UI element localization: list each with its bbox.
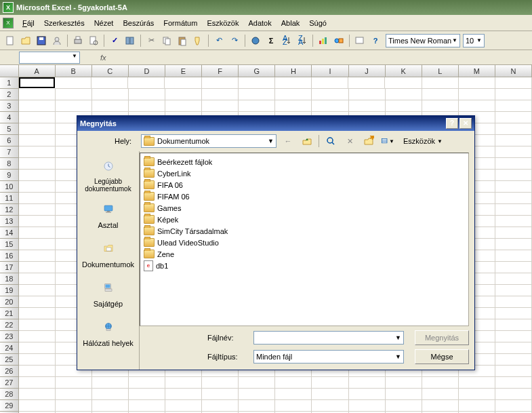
cell[interactable] (129, 100, 165, 112)
menu-help[interactable]: Súgó (304, 18, 331, 28)
file-item[interactable]: Képek (143, 214, 466, 225)
cell[interactable] (19, 193, 56, 204)
cell[interactable] (275, 100, 312, 112)
menu-edit[interactable]: Szerkesztés (39, 18, 89, 28)
row-header[interactable]: 12 (0, 204, 19, 216)
cell[interactable] (56, 389, 92, 400)
row-header[interactable]: 2 (0, 89, 19, 100)
column-header[interactable]: H (275, 65, 312, 77)
cell[interactable] (275, 377, 312, 389)
column-header[interactable]: L (422, 65, 459, 77)
row-header[interactable]: 5 (0, 123, 19, 135)
sort-desc-icon[interactable]: ZA (295, 33, 310, 48)
delete-icon[interactable]: ✕ (342, 134, 357, 149)
menu-insert[interactable]: Beszúrás (118, 18, 159, 28)
spelling-icon[interactable]: ✓ (107, 33, 122, 48)
tools-dropdown[interactable]: Eszközök▼ (399, 136, 447, 146)
cell[interactable] (312, 377, 348, 389)
open-icon[interactable] (18, 33, 33, 48)
dialog-close-button[interactable]: ✕ (459, 118, 472, 129)
cell[interactable] (495, 308, 532, 319)
cell[interactable] (495, 158, 532, 170)
row-header[interactable]: 13 (0, 216, 19, 227)
cell[interactable] (92, 400, 129, 412)
cell[interactable] (495, 227, 532, 239)
cell[interactable] (55, 77, 91, 89)
print-icon[interactable] (70, 33, 85, 48)
filename-input[interactable]: ▼ (253, 331, 404, 345)
row-header[interactable]: 17 (0, 262, 19, 273)
cell[interactable] (202, 77, 239, 89)
row-header[interactable]: 8 (0, 158, 19, 170)
search-icon[interactable] (323, 134, 338, 149)
cell[interactable] (275, 77, 312, 89)
row-header[interactable]: 16 (0, 250, 19, 262)
drawing-icon[interactable] (331, 33, 346, 48)
cell[interactable] (202, 377, 239, 389)
cell[interactable] (495, 342, 532, 354)
cell[interactable] (386, 400, 422, 412)
new-icon[interactable] (3, 33, 18, 48)
column-header[interactable]: G (239, 65, 275, 77)
cell[interactable] (459, 100, 495, 112)
row-header[interactable]: 9 (0, 170, 19, 181)
cell[interactable] (19, 181, 56, 193)
chart-icon[interactable] (316, 33, 331, 48)
undo-icon[interactable]: ↶ (211, 33, 226, 48)
row-header[interactable]: 3 (0, 100, 19, 112)
redo-icon[interactable]: ↷ (227, 33, 242, 48)
cell[interactable] (19, 77, 55, 88)
cell[interactable] (349, 389, 386, 400)
menu-view[interactable]: Nézet (89, 18, 119, 28)
menu-file[interactable]: Fájl (18, 18, 39, 28)
row-header[interactable]: 22 (0, 319, 19, 331)
cell[interactable] (312, 100, 348, 112)
cell[interactable] (19, 250, 56, 262)
dialog-titlebar[interactable]: Megnyitás ? ✕ (77, 116, 474, 131)
file-item[interactable]: edb1 (143, 260, 466, 271)
menu-tools[interactable]: Eszközök (202, 18, 243, 28)
cell[interactable] (92, 389, 129, 400)
cell[interactable] (348, 77, 385, 89)
cell[interactable] (312, 400, 348, 412)
cell[interactable] (386, 89, 422, 100)
cell[interactable] (56, 100, 92, 112)
copy-icon[interactable] (159, 33, 174, 48)
cell[interactable] (239, 377, 275, 389)
cell[interactable] (495, 262, 532, 273)
filetype-dropdown[interactable]: Minden fájl▼ (253, 350, 404, 363)
cut-icon[interactable]: ✂ (144, 33, 159, 48)
cell[interactable] (19, 285, 56, 296)
select-all-corner[interactable] (0, 65, 19, 77)
row-header[interactable]: 26 (0, 366, 19, 377)
row-header[interactable]: 1 (0, 77, 19, 89)
row-header[interactable]: 27 (0, 377, 19, 389)
row-header[interactable]: 18 (0, 273, 19, 285)
cell[interactable] (56, 377, 92, 389)
cell[interactable] (349, 400, 386, 412)
autosum-icon[interactable]: Σ (264, 33, 279, 48)
cell[interactable] (349, 89, 386, 100)
file-item[interactable]: SimCity Társadalmak (143, 225, 466, 237)
cell[interactable] (495, 135, 532, 146)
cell[interactable] (19, 170, 56, 181)
cell[interactable] (495, 77, 532, 89)
cell[interactable] (495, 366, 532, 377)
cell[interactable] (386, 389, 422, 400)
cell[interactable] (19, 89, 56, 100)
cell[interactable] (422, 389, 459, 400)
views-icon[interactable]: ▼ (380, 134, 395, 149)
cell[interactable] (422, 377, 459, 389)
cell[interactable] (129, 89, 165, 100)
cell[interactable] (459, 89, 495, 100)
cell[interactable] (422, 100, 459, 112)
cell[interactable] (165, 377, 202, 389)
dialog-help-button[interactable]: ? (446, 118, 458, 129)
help-icon[interactable]: ? (368, 33, 383, 48)
cell[interactable] (385, 77, 422, 89)
cell[interactable] (19, 273, 56, 285)
cell[interactable] (495, 354, 532, 366)
cell[interactable] (495, 204, 532, 216)
cell[interactable] (495, 389, 532, 400)
row-header[interactable]: 25 (0, 354, 19, 366)
